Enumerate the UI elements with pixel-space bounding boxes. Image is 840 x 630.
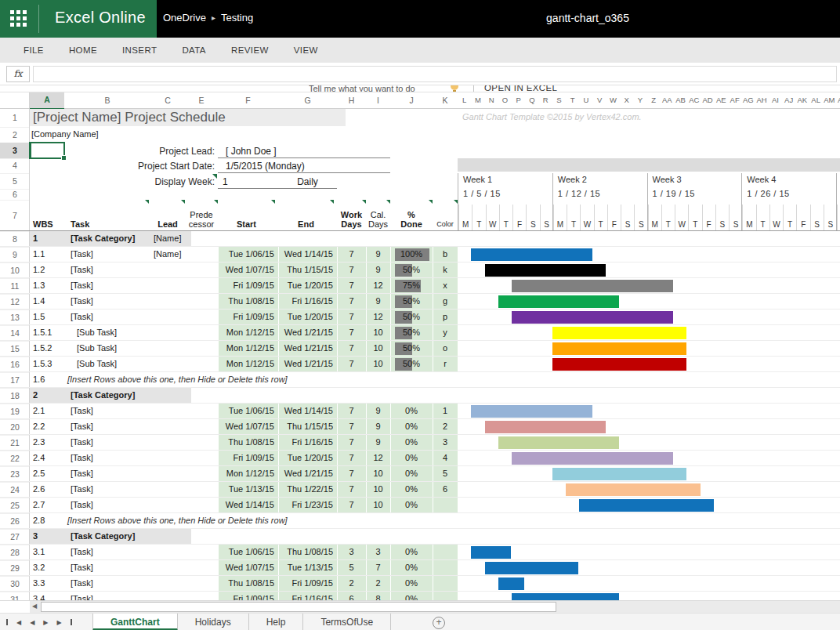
cell-work-days[interactable]: 7 xyxy=(337,482,366,497)
column-header-S[interactable]: S xyxy=(552,92,566,109)
cell-start-date[interactable]: Wed 1/14/15 xyxy=(218,498,274,512)
cell-end-date[interactable]: Wed 1/14/15 xyxy=(278,404,333,418)
cell-color-code[interactable]: x xyxy=(433,278,458,293)
column-header-AC[interactable]: AC xyxy=(687,92,701,109)
cell-work-days[interactable]: 7 xyxy=(337,262,366,277)
cell-pct-done[interactable]: 0% xyxy=(390,545,433,559)
column-header-C[interactable]: C xyxy=(150,92,185,109)
sheet-tab-termsofuse[interactable]: TermsOfUse xyxy=(303,614,391,630)
column-header-T[interactable]: T xyxy=(566,92,579,109)
cell-color-code[interactable]: g xyxy=(433,294,458,309)
cell-task[interactable]: [Task] xyxy=(71,498,149,512)
table-header-predecessor[interactable]: Prede cessor xyxy=(185,200,218,230)
cell-wbs[interactable]: 3 xyxy=(33,529,64,544)
column-header-AB[interactable]: AB xyxy=(674,92,687,109)
cell-work-days[interactable]: 5 xyxy=(337,560,366,575)
column-header-AM[interactable]: AM xyxy=(823,92,836,109)
column-header-O[interactable]: O xyxy=(498,92,512,109)
display-mode-value[interactable]: Daily xyxy=(278,176,337,187)
cell-cal-days[interactable]: 8 xyxy=(366,592,390,600)
cell-end-date[interactable]: Wed 1/21/15 xyxy=(278,357,333,371)
cell-pct-done[interactable]: 0% xyxy=(390,482,433,497)
nav-prev-icon[interactable]: ◀ xyxy=(30,619,34,626)
cell-pct-done[interactable]: 0% xyxy=(390,498,433,512)
cell-task[interactable]: [Task] xyxy=(71,247,149,262)
nav-next-icon[interactable]: ▶ xyxy=(43,619,48,626)
cell-pct-done[interactable]: 50% xyxy=(390,357,433,371)
cell-color-code[interactable]: 3 xyxy=(433,435,458,450)
cell-start-date[interactable]: Mon 1/12/15 xyxy=(218,466,274,481)
cell-wbs[interactable]: 2.1 xyxy=(33,404,64,418)
cell-task[interactable]: [Task] xyxy=(71,451,149,465)
cell-wbs[interactable]: 3.3 xyxy=(33,576,64,591)
gantt-bar[interactable] xyxy=(512,311,673,324)
cell-pct-done[interactable]: 50% xyxy=(390,325,433,340)
cell-cal-days[interactable]: 10 xyxy=(366,325,390,340)
scrollbar-track[interactable]: ◀ xyxy=(30,601,840,613)
cell-start-date[interactable]: Wed 1/07/15 xyxy=(218,560,274,575)
cell-cal-days[interactable]: 10 xyxy=(366,357,390,371)
cell-start-date[interactable]: Thu 1/08/15 xyxy=(218,294,274,309)
cell-end-date[interactable]: Wed 1/21/15 xyxy=(278,466,333,481)
scroll-left-arrow-icon[interactable]: ◀ xyxy=(32,603,37,610)
cell-task[interactable]: [Sub Task] xyxy=(77,325,155,340)
row-header-3[interactable]: 3 xyxy=(0,143,31,159)
column-header-V[interactable]: V xyxy=(593,92,606,109)
cell-color-code[interactable]: r xyxy=(433,357,458,371)
gantt-bar[interactable] xyxy=(552,342,687,355)
row-header-4[interactable]: 4 xyxy=(0,158,30,174)
cell-pct-done[interactable]: 50% xyxy=(390,341,433,356)
cell-start-date[interactable]: Fri 1/09/15 xyxy=(218,278,274,293)
table-header-lead[interactable]: Lead xyxy=(150,200,185,230)
start-date-value[interactable]: 1/5/2015 (Monday) xyxy=(226,161,305,172)
gantt-bar[interactable] xyxy=(471,248,592,261)
cell-end-date[interactable]: Tue 1/13/15 xyxy=(278,560,333,575)
column-header-J[interactable]: J xyxy=(390,92,433,109)
cell-end-date[interactable]: Tue 1/20/15 xyxy=(278,310,333,324)
cell-wbs[interactable]: 1.5 xyxy=(33,310,64,324)
project-title-cell[interactable]: [Project Name] Project Schedule xyxy=(33,110,226,125)
cell-task[interactable]: [Task] xyxy=(71,482,149,497)
gantt-bar[interactable] xyxy=(552,327,687,339)
cell-work-days[interactable]: 3 xyxy=(337,545,366,559)
cell-work-days[interactable]: 7 xyxy=(337,404,366,418)
selection-fill-handle[interactable] xyxy=(61,155,67,161)
cell-task[interactable]: [Task] xyxy=(71,278,149,293)
gantt-bar[interactable] xyxy=(498,578,525,590)
column-header-G[interactable]: G xyxy=(278,92,337,109)
scrollbar-thumb[interactable] xyxy=(41,602,556,612)
cell-cal-days[interactable]: 10 xyxy=(366,482,390,497)
cell-task[interactable]: [Task] xyxy=(71,576,149,591)
cell-wbs[interactable]: 1.5.3 xyxy=(33,357,64,371)
cell-work-days[interactable]: 7 xyxy=(337,435,366,450)
cell-pct-done[interactable]: 50% xyxy=(390,262,433,277)
gantt-bar[interactable] xyxy=(552,468,687,480)
cell-wbs[interactable]: 1.1 xyxy=(33,247,64,262)
cell-start-date[interactable]: Fri 1/09/15 xyxy=(218,451,274,465)
cell-cal-days[interactable]: 9 xyxy=(366,435,390,450)
column-header-A[interactable]: A xyxy=(30,92,64,110)
cell-task[interactable]: [Task Category] xyxy=(71,529,165,544)
cell-end-date[interactable]: Fri 1/16/15 xyxy=(278,294,333,309)
cell-cal-days[interactable]: 9 xyxy=(366,419,390,434)
cell-work-days[interactable]: 7 xyxy=(337,294,366,309)
cell-start-date[interactable]: Wed 1/07/15 xyxy=(218,262,274,277)
company-name-cell[interactable]: [Company Name] xyxy=(31,129,99,139)
cell-wbs[interactable]: 1.5.1 xyxy=(33,325,64,340)
cell-start-date[interactable]: Thu 1/08/15 xyxy=(218,435,274,450)
cell-color-code[interactable]: 2 xyxy=(433,419,458,434)
cell-work-days[interactable]: 2 xyxy=(337,576,366,591)
gantt-bar[interactable] xyxy=(512,280,673,292)
cell-pct-done[interactable]: 75% xyxy=(390,278,433,293)
cell-lead[interactable]: [Name] xyxy=(154,231,188,246)
gantt-bar[interactable] xyxy=(566,483,701,496)
cell-pct-done[interactable]: 50% xyxy=(390,294,433,309)
sheet-tab-holidays[interactable]: Holidays xyxy=(178,614,249,630)
cell-color-code[interactable]: o xyxy=(433,341,458,356)
cell-end-date[interactable]: Wed 1/14/15 xyxy=(278,247,333,262)
gantt-bar[interactable] xyxy=(485,421,606,433)
cell-wbs[interactable]: 1 xyxy=(33,231,64,246)
cell-lead[interactable]: [Name] xyxy=(154,247,188,262)
cell-wbs[interactable]: 2.5 xyxy=(33,466,64,481)
cell-cal-days[interactable]: 2 xyxy=(366,576,390,591)
